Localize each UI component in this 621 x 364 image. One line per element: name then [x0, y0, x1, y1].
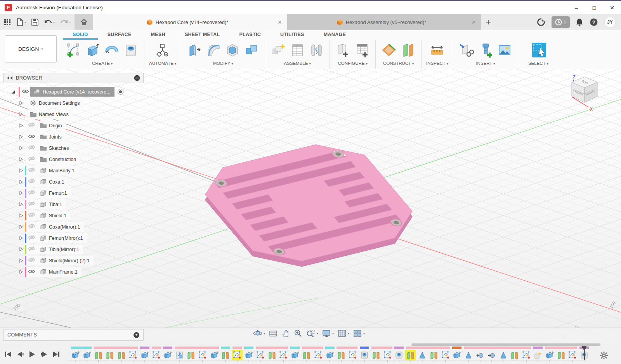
document-tab-1[interactable]: Hexapod Assembly (v5~recovered)*✕ [287, 14, 481, 30]
timeline-feature-mirror[interactable] [371, 350, 381, 360]
timeline-feature-hole[interactable] [394, 350, 404, 360]
ribbon-tab-solid[interactable]: SOLID [63, 30, 98, 40]
add-comment-icon[interactable]: + [134, 332, 139, 338]
file-menu-button[interactable]: ▾ [16, 18, 26, 26]
visibility-eye-icon[interactable] [28, 189, 35, 197]
timeline-feature-sketch[interactable] [348, 350, 357, 360]
app-launcher-button[interactable] [4, 19, 11, 26]
zoom-window-button[interactable]: ▾ [306, 329, 318, 338]
timeline-feature-extrude[interactable] [545, 350, 554, 360]
timeline-feature-hole[interactable] [360, 350, 369, 360]
timeline-feature-new-component[interactable] [533, 350, 543, 360]
measure-button[interactable] [428, 41, 446, 59]
timeline-feature-mirror[interactable] [510, 350, 519, 360]
ribbon-tab-utilities[interactable]: UTILITIES [271, 30, 314, 40]
grid-display-button[interactable]: ▾ [337, 329, 349, 338]
visibility-eye-icon[interactable] [28, 156, 35, 163]
browser-item-construction[interactable]: Construction [3, 154, 144, 165]
insert-fastener-button[interactable] [477, 41, 494, 59]
timeline-feature-draft[interactable] [418, 350, 427, 360]
group-label-modify[interactable]: MODIFY ▾ [213, 61, 233, 66]
timeline-feature-mirror[interactable] [406, 350, 415, 360]
zoom-button[interactable] [293, 329, 303, 338]
visibility-eye-icon[interactable] [28, 144, 35, 152]
timeline-feature-sketch[interactable] [198, 350, 207, 360]
group-label-configure[interactable]: CONFIGURE ▾ [338, 61, 367, 66]
timeline-feature-mirror[interactable] [117, 350, 126, 360]
browser-item-mainframe-1[interactable]: MainFrame:1 [3, 266, 144, 277]
redo-button[interactable]: ▾ [60, 19, 71, 26]
document-tab-0[interactable]: Hexapod Core (v14~recovered)*✕ [93, 14, 287, 30]
visibility-eye-icon[interactable] [28, 178, 35, 185]
timeline-feature-sketch[interactable] [314, 350, 323, 360]
ribbon-tab-surface[interactable]: SURFACE [98, 30, 141, 40]
browser-item-femur-mirror-1[interactable]: Femur(Mirror):1 [3, 232, 144, 244]
display-settings-button[interactable]: ▾ [322, 329, 334, 338]
timeline-feature-mirror[interactable] [105, 350, 114, 360]
expand-icon[interactable] [18, 112, 24, 116]
visibility-eye-icon[interactable] [28, 167, 35, 174]
visibility-eye-icon[interactable] [28, 122, 35, 129]
ribbon-tab-plastic[interactable]: PLASTIC [229, 30, 271, 40]
notifications-icon[interactable] [576, 18, 583, 26]
automate-button[interactable] [154, 41, 171, 59]
visibility-eye-icon[interactable] [28, 201, 35, 208]
undo-button[interactable]: ▾ [44, 19, 55, 26]
timeline-feature-mirror[interactable] [94, 350, 103, 360]
timeline-feature-sketch[interactable] [279, 350, 288, 360]
expand-icon[interactable] [18, 168, 24, 173]
timeline-feature-mirror[interactable] [337, 350, 346, 360]
expand-icon[interactable] [18, 135, 24, 139]
group-label-construct[interactable]: CONSTRUCT ▾ [383, 61, 414, 66]
offset-plane-button[interactable] [380, 41, 397, 59]
expand-icon[interactable] [18, 123, 24, 128]
browser-item-sketches[interactable]: Sketches [3, 142, 144, 154]
browser-item-tibia-mirror-1[interactable]: Tibia(Mirror):1 [3, 244, 144, 255]
timeline-feature-extrude[interactable] [452, 350, 461, 360]
visibility-eye-icon[interactable] [28, 133, 35, 140]
browser-item-origin[interactable]: Origin [3, 120, 144, 131]
visibility-eye-icon[interactable] [28, 223, 35, 231]
browser-item-shield-1[interactable]: Shield:1 [3, 210, 144, 221]
browser-item-named-views[interactable]: Named Views [3, 109, 144, 120]
visibility-eye-icon[interactable] [28, 257, 35, 264]
expand-icon[interactable] [18, 225, 24, 229]
timeline-feature-sketch[interactable] [232, 350, 242, 360]
timeline-feature-extrude[interactable] [244, 350, 253, 360]
expand-icon[interactable] [10, 90, 16, 94]
extrude-button[interactable] [84, 41, 101, 59]
save-button[interactable] [31, 18, 39, 26]
expand-icon[interactable] [18, 236, 24, 240]
expand-icon[interactable] [18, 191, 24, 195]
job-status-button[interactable]: 1 [552, 16, 570, 28]
look-at-button[interactable] [269, 329, 278, 338]
timeline-feature-extrude[interactable] [163, 350, 172, 360]
revolve-button[interactable] [103, 41, 120, 59]
group-label-insert[interactable]: INSERT ▾ [476, 61, 495, 66]
workspace-selector[interactable]: DESIGN▾ [5, 35, 57, 62]
fillet-button[interactable] [205, 41, 222, 59]
select-button[interactable] [530, 41, 547, 59]
collapse-all-icon[interactable] [134, 75, 140, 81]
help-icon[interactable]: ? [589, 17, 598, 27]
timeline-feature-sketch[interactable] [128, 350, 138, 360]
browser-item-coxa-mirror-1[interactable]: Coxa(Mirror):1 [3, 221, 144, 232]
timeline-scrollbar[interactable] [411, 343, 600, 346]
group-label-inspect[interactable]: INSPECT ▾ [426, 61, 448, 66]
activate-component-radio[interactable] [118, 89, 123, 95]
maximize-button[interactable]: □ [585, 1, 603, 14]
timeline-feature-mirror[interactable] [221, 350, 230, 360]
visibility-eye-icon[interactable] [22, 88, 29, 95]
browser-item-mainbody-1[interactable]: MainBody:1 [3, 165, 144, 176]
close-button[interactable]: ✕ [603, 1, 621, 14]
avatar[interactable]: JY [604, 17, 616, 28]
timeline-feature-mirror[interactable] [557, 350, 566, 360]
timeline-feature-joint[interactable] [487, 350, 496, 360]
tab-close-icon[interactable]: ✕ [471, 19, 477, 25]
orbit-button[interactable]: ▾ [253, 329, 265, 338]
timeline-feature-mirror[interactable] [186, 350, 196, 360]
expand-icon[interactable] [18, 180, 24, 184]
timeline-feature-extrude[interactable] [140, 350, 149, 360]
timeline-feature-mirror[interactable] [429, 350, 439, 360]
timeline-feature-combine[interactable] [175, 350, 184, 360]
